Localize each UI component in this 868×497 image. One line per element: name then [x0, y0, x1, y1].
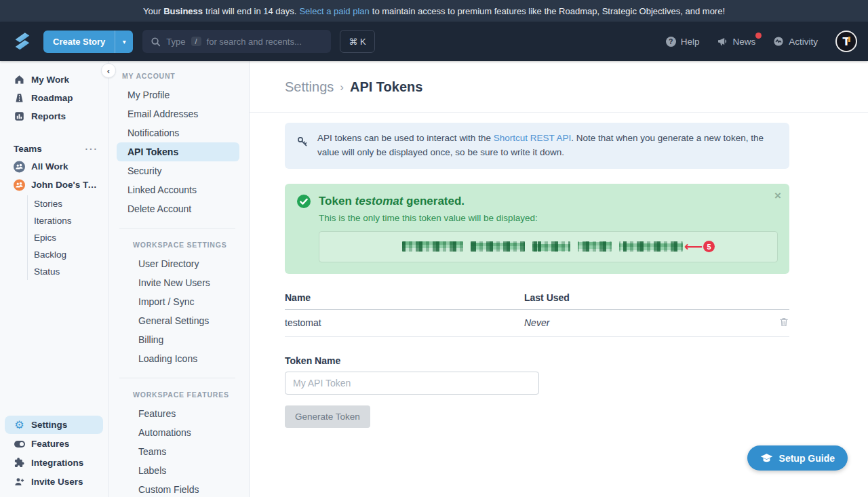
settings-nav-item[interactable]: General Settings	[119, 311, 235, 330]
news-notification-dot	[755, 33, 762, 39]
all-work-avatar	[14, 161, 25, 172]
help-menu[interactable]: ? Help	[666, 37, 700, 47]
teams-menu-icon[interactable]: ···	[85, 144, 99, 154]
settings-nav-item[interactable]: Security	[108, 161, 249, 180]
settings-nav-section-workspace-settings: WORKSPACE SETTINGS User DirectoryInvite …	[119, 228, 235, 374]
token-generated-alert: × Token testomat generated. This is the …	[285, 184, 789, 274]
section-items: My ProfileEmail AddressesNotificationsAP…	[108, 85, 249, 218]
toggle-icon	[14, 438, 25, 450]
shortcut-rest-api-link[interactable]: Shortcut REST API	[494, 133, 572, 143]
megaphone-icon	[717, 36, 728, 47]
alert-message: This is the only time this token value w…	[319, 213, 778, 223]
sidebar-item-my-work[interactable]: My Work	[0, 71, 108, 89]
teams-section-header: Teams ···	[0, 140, 108, 157]
settings-nav-item[interactable]: Billing	[119, 330, 235, 349]
alert-title-text: Token testomat generated.	[319, 195, 465, 208]
settings-nav-item[interactable]: Linked Accounts	[108, 180, 249, 199]
sidebar-item-label: All Work	[31, 161, 68, 172]
sidebar-item-all-work[interactable]: All Work	[0, 157, 108, 176]
setup-guide-button[interactable]: Setup Guide	[747, 445, 848, 471]
team-sub-item[interactable]: Epics	[28, 229, 108, 246]
sidebar-item-features[interactable]: Features	[5, 435, 103, 453]
settings-nav-item[interactable]: Labels	[119, 461, 235, 480]
sidebar-item-reports[interactable]: Reports	[0, 107, 108, 125]
settings-nav-item[interactable]: Notifications	[108, 123, 249, 142]
activity-menu[interactable]: Activity	[773, 36, 818, 47]
api-tokens-content: API tokens can be used to interact with …	[285, 123, 789, 428]
settings-nav-item[interactable]: Automations	[119, 423, 235, 442]
settings-nav-item[interactable]: Email Addresses	[108, 104, 249, 123]
section-items: FeaturesAutomationsTeamsLabelsCustom Fie…	[119, 404, 235, 497]
navbar-right: ? Help News Activity T	[666, 31, 857, 52]
avatar-accent-mark	[848, 37, 850, 42]
section-items: User DirectoryInvite New UsersImport / S…	[119, 254, 235, 368]
settings-nav-item[interactable]: User Directory	[119, 254, 235, 273]
section-title: MY ACCOUNT	[108, 66, 249, 85]
trial-banner: Your Business trial will end in 14 days.…	[0, 0, 868, 22]
trial-plan-name: Business	[163, 6, 203, 16]
info-text: API tokens can be used to interact with …	[317, 132, 778, 160]
settings-nav-item[interactable]: Import / Sync	[119, 292, 235, 311]
section-title: WORKSPACE FEATURES	[119, 385, 235, 404]
settings-nav-section-workspace-features: WORKSPACE FEATURES FeaturesAutomationsTe…	[119, 378, 235, 497]
news-menu[interactable]: News	[717, 36, 755, 47]
settings-nav-item[interactable]: Loading Icons	[119, 349, 235, 368]
sidebar-item-roadmap[interactable]: Roadmap	[0, 89, 108, 107]
house-icon	[14, 74, 25, 85]
token-name-label: Token Name	[285, 355, 789, 366]
settings-nav-item[interactable]: Delete Account	[108, 199, 249, 218]
graduation-cap-icon	[760, 453, 773, 464]
global-search-input[interactable]: Type / for search and recents...	[142, 30, 331, 53]
breadcrumb-settings[interactable]: Settings	[285, 79, 334, 95]
settings-nav: MY ACCOUNT My ProfileEmail AddressesNoti…	[108, 61, 250, 497]
sidebar-item-integrations[interactable]: Integrations	[5, 454, 103, 472]
create-story-caret-icon[interactable]: ▾	[115, 31, 133, 53]
select-paid-plan-link[interactable]: Select a paid plan	[299, 6, 369, 16]
page-title: API Tokens	[350, 79, 422, 95]
create-story-split-button: Create Story ▾	[43, 31, 133, 53]
close-icon[interactable]: ×	[774, 189, 781, 203]
sidebar-item-settings[interactable]: ⚙ Settings	[5, 416, 103, 434]
team-sub-item[interactable]: Iterations	[28, 212, 108, 229]
setup-guide-label: Setup Guide	[779, 453, 835, 464]
tutorial-annotation: ⟵ 5	[684, 240, 715, 253]
trial-text-suffix: to maintain access to premium features l…	[372, 6, 725, 16]
create-story-button[interactable]: Create Story	[43, 31, 115, 53]
generate-token-button[interactable]: Generate Token	[285, 405, 370, 428]
trial-text-prefix: Your	[143, 6, 161, 16]
settings-nav-item[interactable]: Teams	[119, 442, 235, 461]
team-sub-item[interactable]: Backlog	[28, 246, 108, 263]
team-sub-item[interactable]: Stories	[28, 195, 108, 212]
column-name: Name	[285, 292, 524, 303]
settings-nav-item[interactable]: My Profile	[108, 85, 249, 104]
token-value-box: ⟵ 5	[319, 231, 778, 262]
token-name: testomat	[355, 195, 403, 207]
header-divider	[250, 112, 868, 113]
help-icon: ?	[666, 37, 676, 47]
primary-sidebar: My Work Roadmap Reports Teams ··· All Wo…	[0, 61, 108, 497]
settings-nav-item[interactable]: API Tokens	[117, 142, 239, 161]
collapse-sidebar-button[interactable]: ‹	[101, 63, 116, 78]
settings-nav-item[interactable]: Invite New Users	[119, 273, 235, 292]
api-tokens-info-box: API tokens can be used to interact with …	[285, 123, 789, 169]
delete-token-icon[interactable]	[778, 317, 789, 330]
settings-nav-item[interactable]: Custom Fields	[119, 480, 235, 497]
breadcrumb: Settings › API Tokens	[250, 61, 868, 95]
settings-nav-item[interactable]: Features	[119, 404, 235, 423]
cmd-k-shortcut-badge[interactable]: ⌘ K	[340, 30, 374, 53]
sidebar-item-invite-users[interactable]: Invite Users	[5, 473, 103, 491]
section-title: WORKSPACE SETTINGS	[119, 235, 235, 254]
shortcut-logo-icon[interactable]	[11, 30, 34, 53]
table-header: Name Last Used	[285, 292, 789, 310]
check-circle-icon	[296, 194, 311, 209]
token-name-input[interactable]	[285, 372, 539, 395]
slash-key-badge: /	[191, 37, 201, 46]
search-icon	[151, 37, 161, 47]
team-sub-item[interactable]: Status	[28, 263, 108, 280]
sidebar-item-team-john-doe[interactable]: John Doe's Te...	[0, 176, 108, 194]
news-label: News	[732, 37, 755, 47]
workspace-avatar[interactable]: T	[835, 31, 857, 52]
column-last-used: Last Used	[524, 292, 769, 303]
token-row-name: testomat	[285, 317, 524, 328]
activity-label: Activity	[789, 37, 818, 47]
